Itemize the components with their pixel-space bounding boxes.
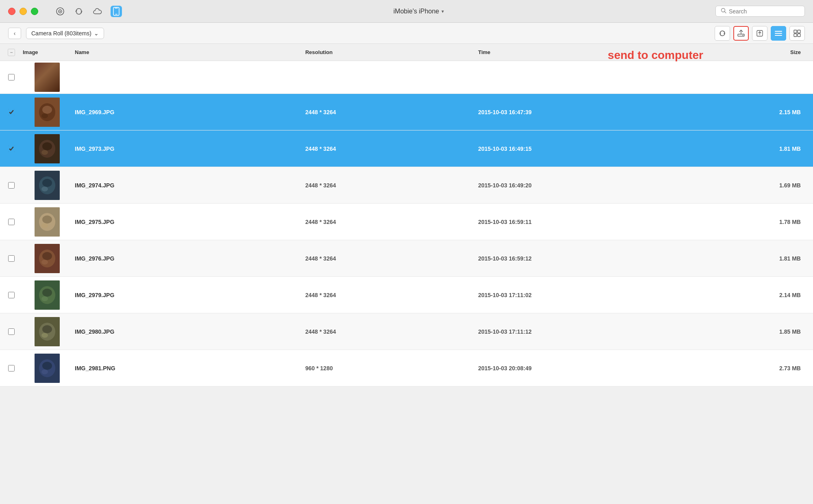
table-row[interactable] (0, 61, 813, 94)
row-resolution: 2448 * 3264 (305, 255, 478, 262)
svg-rect-19 (798, 34, 800, 37)
svg-point-26 (42, 142, 52, 150)
svg-point-2 (60, 11, 61, 12)
toolbar: ‹ Camera Roll (803items) ⌄ (0, 23, 813, 44)
table-row[interactable]: IMG_2974.JPG 2448 * 3264 2015-10-03 16:4… (0, 167, 813, 204)
maximize-button[interactable] (31, 8, 38, 15)
row-resolution: 2448 * 3264 (305, 182, 478, 189)
svg-point-23 (41, 113, 48, 118)
svg-point-30 (42, 179, 52, 187)
svg-point-22 (42, 106, 52, 114)
svg-point-39 (41, 260, 48, 265)
row-resolution: 2448 * 3264 (305, 219, 478, 225)
close-button[interactable] (8, 8, 15, 15)
export-button[interactable] (752, 26, 767, 41)
row-size: 2.73 MB (686, 365, 813, 371)
thumbnail (35, 354, 60, 383)
thumbnail (35, 280, 60, 310)
album-chevron: ⌄ (94, 30, 99, 37)
row-size: 1.81 MB (686, 146, 813, 152)
search-bar[interactable] (715, 6, 805, 17)
cloud-icon[interactable] (92, 6, 103, 17)
toolbar-right (715, 26, 805, 41)
svg-point-38 (42, 252, 52, 260)
row-checkbox[interactable] (8, 74, 15, 80)
row-checkbox[interactable] (8, 292, 15, 298)
thumbnail (35, 98, 60, 127)
table-row[interactable]: IMG_2981.PNG 960 * 1280 2015-10-03 20:08… (0, 350, 813, 387)
svg-point-43 (41, 296, 48, 301)
row-size: 2.15 MB (686, 109, 813, 115)
row-time: 2015-10-03 16:49:15 (478, 146, 685, 152)
table-header: − Image Name Resolution Time Size (0, 44, 813, 61)
music-icon[interactable] (54, 6, 66, 17)
deselect-all-button[interactable]: − (8, 49, 15, 56)
title-bar: iMobie's iPhone ▾ (0, 0, 813, 23)
header-size: Size (686, 49, 813, 55)
refresh-toolbar-button[interactable] (715, 26, 730, 41)
row-name: IMG_2969.JPG (72, 109, 305, 115)
row-name: IMG_2975.JPG (72, 219, 305, 225)
row-resolution: 2448 * 3264 (305, 146, 478, 152)
header-resolution: Resolution (305, 49, 478, 55)
svg-point-42 (42, 289, 52, 297)
album-selector[interactable]: Camera Roll (803items) ⌄ (26, 28, 104, 39)
row-resolution: 2448 * 3264 (305, 328, 478, 335)
svg-point-51 (41, 369, 48, 374)
header-image: Image (23, 49, 72, 55)
send-to-computer-button[interactable] (733, 26, 749, 41)
svg-rect-18 (794, 34, 797, 37)
table-row[interactable]: IMG_2980.JPG 2448 * 3264 2015-10-03 17:1… (0, 313, 813, 350)
row-checkbox[interactable] (8, 365, 15, 371)
row-checkbox[interactable] (8, 328, 15, 335)
album-label: Camera Roll (803items) (31, 30, 91, 37)
table-body: IMG_2969.JPG 2448 * 3264 2015-10-03 16:4… (0, 61, 813, 504)
row-time: 2015-10-03 20:08:49 (478, 365, 685, 371)
minimize-button[interactable] (20, 8, 27, 15)
thumbnail (35, 171, 60, 200)
row-checkbox[interactable] (8, 109, 15, 115)
row-name: IMG_2976.JPG (72, 255, 305, 262)
svg-point-47 (41, 333, 48, 338)
row-size: 1.81 MB (686, 255, 813, 262)
window-title: iMobie's iPhone ▾ (393, 8, 444, 15)
header-name: Name (72, 49, 305, 55)
table-row[interactable]: IMG_2975.JPG 2448 * 3264 2015-10-03 16:5… (0, 204, 813, 240)
row-size: 1.85 MB (686, 328, 813, 335)
list-view-button[interactable] (771, 26, 786, 41)
table-row[interactable]: IMG_2979.JPG 2448 * 3264 2015-10-03 17:1… (0, 277, 813, 313)
svg-rect-16 (794, 30, 797, 33)
row-name: IMG_2980.JPG (72, 328, 305, 335)
row-checkbox[interactable] (8, 182, 15, 189)
grid-view-button[interactable] (789, 26, 805, 41)
svg-point-27 (41, 150, 48, 155)
row-name: IMG_2974.JPG (72, 182, 305, 189)
row-time: 2015-10-03 16:47:39 (478, 109, 685, 115)
row-name: IMG_2973.JPG (72, 146, 305, 152)
device-name: iMobie's iPhone (393, 8, 439, 15)
row-time: 2015-10-03 16:59:12 (478, 255, 685, 262)
table-row[interactable]: IMG_2973.JPG 2448 * 3264 2015-10-03 16:4… (0, 130, 813, 167)
row-name: IMG_2981.PNG (72, 365, 305, 371)
sync-icon[interactable] (73, 6, 85, 17)
phone-icon[interactable] (111, 6, 122, 17)
svg-point-31 (41, 187, 48, 191)
row-resolution: 2448 * 3264 (305, 109, 478, 115)
row-checkbox[interactable] (8, 146, 15, 152)
back-button[interactable]: ‹ (8, 28, 21, 39)
table-row[interactable]: IMG_2976.JPG 2448 * 3264 2015-10-03 16:5… (0, 240, 813, 277)
svg-point-35 (41, 223, 48, 228)
row-time: 2015-10-03 16:49:20 (478, 182, 685, 189)
search-input[interactable] (729, 8, 800, 15)
row-checkbox[interactable] (8, 219, 15, 225)
table-row[interactable]: IMG_2969.JPG 2448 * 3264 2015-10-03 16:4… (0, 94, 813, 130)
row-resolution: 960 * 1280 (305, 365, 478, 371)
svg-line-7 (724, 12, 726, 13)
row-size: 1.69 MB (686, 182, 813, 189)
thumbnail (35, 317, 60, 346)
row-checkbox[interactable] (8, 255, 15, 262)
svg-point-46 (42, 325, 52, 333)
device-chevron[interactable]: ▾ (441, 9, 444, 14)
search-icon (721, 8, 726, 15)
svg-point-50 (42, 362, 52, 370)
